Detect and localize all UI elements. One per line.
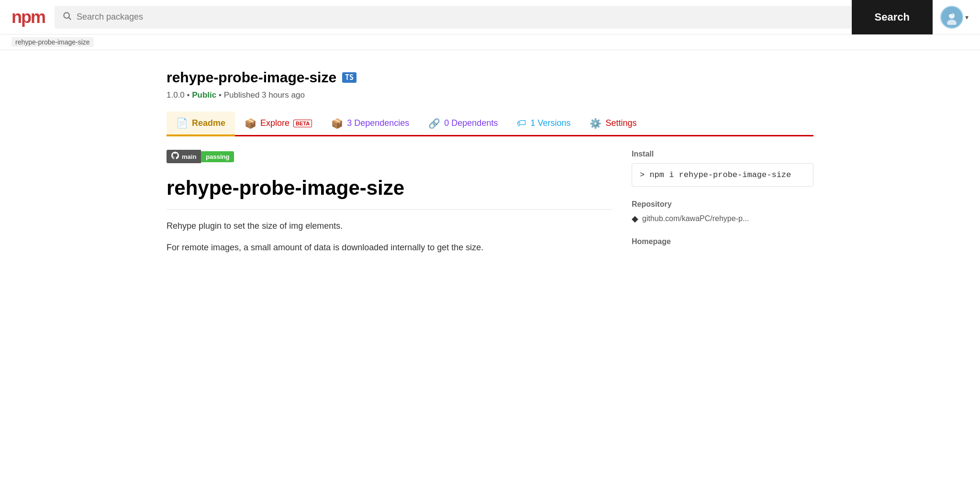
package-name: rehype-probe-image-size	[167, 69, 336, 86]
homepage-section: Homepage	[632, 237, 813, 246]
package-published: Published 3 hours ago	[224, 90, 305, 100]
tab-dependents[interactable]: 🔗 0 Dependents	[419, 112, 507, 135]
tab-readme[interactable]: 📄 Readme	[167, 112, 235, 136]
sidebar: Install > npm i rehype-probe-image-size …	[632, 150, 813, 262]
breadcrumb[interactable]: rehype-probe-image-size	[11, 37, 94, 47]
header: npm Search ▾	[0, 0, 980, 34]
readme-heading: rehype-probe-image-size	[167, 177, 612, 200]
readme-section: main passing rehype-probe-image-size Reh…	[167, 150, 612, 262]
search-button[interactable]: Search	[852, 0, 933, 34]
avatar-dropdown-icon: ▾	[965, 13, 969, 21]
tab-readme-label: Readme	[192, 118, 225, 128]
tab-settings[interactable]: ⚙️ Settings	[580, 112, 646, 135]
tab-versions[interactable]: 🏷 1 Versions	[507, 112, 580, 135]
dependents-icon: 🔗	[428, 118, 440, 129]
tabs-nav: 📄 Readme 📦 Explore BETA 📦 3 Dependencies…	[167, 112, 813, 136]
explore-icon: 📦	[245, 118, 256, 129]
github-icon	[171, 152, 179, 161]
beta-badge: BETA	[293, 120, 312, 127]
search-bar	[55, 6, 852, 29]
tab-explore[interactable]: 📦 Explore BETA	[235, 112, 322, 135]
ci-status: passing	[201, 151, 234, 162]
ci-branch: main	[182, 153, 196, 160]
svg-point-0	[64, 12, 69, 18]
deps-icon: 📦	[331, 118, 343, 129]
readme-icon: 📄	[176, 117, 188, 129]
repository-section: Repository ◆ github.com/kawaPC/rehype-p.…	[632, 200, 813, 224]
package-meta: 1.0.0 • Public • Published 3 hours ago	[167, 90, 813, 100]
svg-line-1	[69, 18, 71, 20]
homepage-label: Homepage	[632, 237, 813, 246]
breadcrumb-bar: rehype-probe-image-size	[0, 34, 980, 50]
repository-label: Repository	[632, 200, 813, 209]
ci-badge-main: main	[167, 150, 201, 163]
repository-link[interactable]: ◆ github.com/kawaPC/rehype-p...	[632, 213, 813, 224]
meta-separator-1: •	[187, 90, 192, 100]
content-grid: main passing rehype-probe-image-size Reh…	[167, 150, 813, 262]
ci-badge-row: main passing	[167, 150, 612, 163]
readme-desc2: For remote images, a small amount of dat…	[167, 241, 612, 255]
versions-icon: 🏷	[517, 118, 526, 129]
install-box[interactable]: > npm i rehype-probe-image-size	[632, 163, 813, 187]
meta-separator-2: •	[219, 90, 224, 100]
readme-divider	[167, 209, 612, 210]
avatar-button[interactable]: ▾	[940, 6, 969, 29]
avatar	[940, 6, 963, 29]
tab-dependencies[interactable]: 📦 3 Dependencies	[322, 112, 419, 135]
tab-explore-label: Explore	[260, 118, 290, 128]
npm-logo: npm	[11, 7, 45, 27]
settings-icon: ⚙️	[590, 118, 601, 129]
tab-versions-label: 1 Versions	[530, 118, 570, 128]
repository-url: github.com/kawaPC/rehype-p...	[642, 214, 749, 223]
tab-settings-label: Settings	[605, 118, 636, 128]
tab-dependents-label: 0 Dependents	[444, 118, 498, 128]
package-visibility: Public	[192, 90, 216, 100]
package-title-row: rehype-probe-image-size TS	[167, 69, 813, 86]
repo-icon: ◆	[632, 213, 638, 224]
install-label: Install	[632, 150, 813, 158]
install-section: Install > npm i rehype-probe-image-size	[632, 150, 813, 187]
tab-dependencies-label: 3 Dependencies	[347, 118, 409, 128]
ts-badge: TS	[342, 72, 356, 83]
main-content: rehype-probe-image-size TS 1.0.0 • Publi…	[155, 50, 825, 262]
search-input[interactable]	[77, 12, 844, 22]
readme-desc1: Rehype plugin to set the size of img ele…	[167, 219, 612, 233]
package-version: 1.0.0	[167, 90, 185, 100]
search-icon	[62, 11, 72, 23]
install-command: > npm i rehype-probe-image-size	[640, 170, 791, 179]
